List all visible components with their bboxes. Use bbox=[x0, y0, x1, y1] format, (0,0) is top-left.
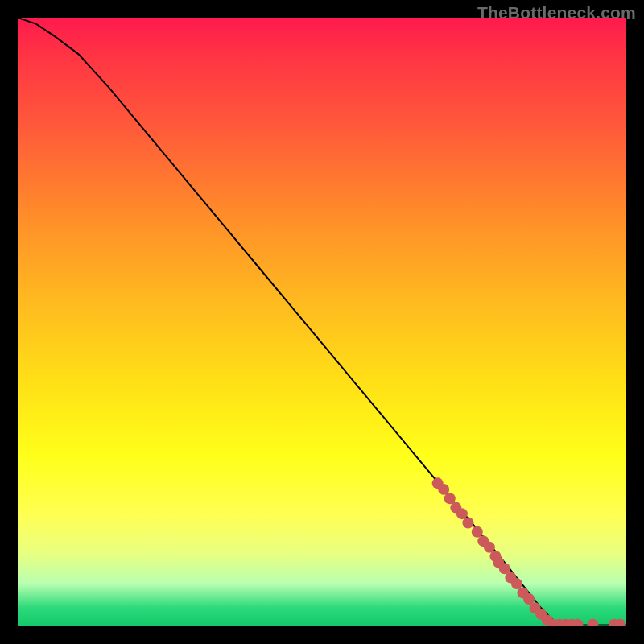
curve-line bbox=[18, 18, 626, 625]
marker-dot bbox=[462, 517, 473, 528]
plot-area bbox=[18, 18, 626, 626]
chart-overlay bbox=[18, 18, 626, 626]
marker-dot bbox=[587, 619, 598, 626]
marker-group bbox=[432, 477, 626, 626]
chart-container: TheBottleneck.com bbox=[0, 0, 644, 644]
